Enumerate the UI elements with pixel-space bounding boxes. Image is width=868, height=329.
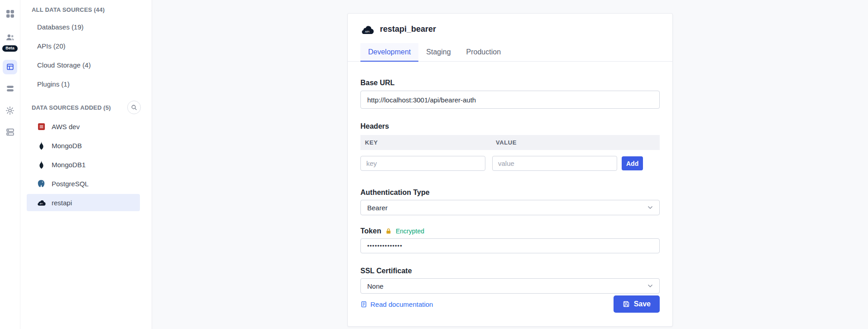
sidebar-item-apis[interactable]: APIs (20) [20,36,152,55]
environment-tabs: Development Staging Production [348,43,672,62]
auth-type-section: Authentication Type Bearer [360,189,660,215]
sidebar-item-label: Cloud Storage (4) [37,61,91,69]
app-root: Beta ALL DATA SOURCES (44) Databases (19… [0,0,868,329]
section-all-data-sources: ALL DATA SOURCES (44) [32,5,141,15]
tab-development[interactable]: Development [360,43,418,62]
ssl-section: SSL Certificate None [360,267,660,294]
sidebar-item-cloud-storage[interactable]: Cloud Storage (4) [20,55,152,74]
value-column-header: VALUE [492,139,517,146]
sidebar: ALL DATA SOURCES (44) Databases (19) API… [20,0,152,329]
sidebar-item-plugins[interactable]: Plugins (1) [20,74,152,93]
datasource-item-postgresql[interactable]: PostgreSQL [27,175,140,192]
icon-rail: Beta [0,0,20,329]
headers-table-head: KEY VALUE [360,135,660,150]
datasource-item-label: PostgreSQL [52,180,89,188]
datasource-item-label: MongoDB [52,142,82,150]
apps-icon[interactable] [3,6,17,21]
ssl-value: None [367,282,384,290]
postgresql-icon [37,179,46,188]
token-input[interactable] [360,238,660,253]
save-button-label: Save [634,300,651,308]
restapi-icon: API [37,198,46,207]
add-header-button[interactable]: Add [622,156,643,170]
datasource-item-aws-dev[interactable]: AWS dev [27,118,140,135]
datasources-icon[interactable] [3,60,17,74]
read-documentation-link[interactable]: Read documentation [360,300,433,308]
search-icon [131,104,137,111]
base-url-label: Base URL [360,79,660,87]
encrypted-badge: Encrypted [396,227,424,235]
datasource-item-label: MongoDB1 [52,161,86,169]
users-icon[interactable] [3,30,17,44]
token-label: Token [360,227,381,235]
base-url-input[interactable] [360,91,660,109]
page-title: restapi_bearer [380,24,436,34]
tab-staging[interactable]: Staging [418,43,458,62]
key-column-header: KEY [365,139,492,146]
sidebar-item-label: APIs (20) [37,42,66,50]
save-button[interactable]: Save [614,295,660,313]
datasource-item-label: restapi [52,199,72,207]
svg-text:API: API [365,29,369,33]
datasource-item-mongodb1[interactable]: MongoDB1 [27,156,140,173]
datasource-item-label: AWS dev [52,123,80,131]
sidebar-item-label: Databases (19) [37,23,84,31]
lock-icon [385,228,392,234]
save-icon [623,300,630,308]
search-button[interactable] [127,101,141,114]
chevron-down-icon [647,284,653,288]
ssl-label: SSL Certificate [360,267,660,275]
main-area: API restapi_bearer Development Staging P… [152,0,868,329]
sidebar-item-databases[interactable]: Databases (19) [20,17,152,36]
section-title-text: DATA SOURCES ADDED (5) [32,104,111,111]
datasource-card: API restapi_bearer Development Staging P… [347,13,673,327]
sidebar-item-label: Plugins (1) [37,80,70,88]
read-documentation-label: Read documentation [370,300,433,308]
header-value-input[interactable] [492,156,617,171]
storage-icon[interactable] [3,125,17,140]
token-label-row: Token Encrypted [360,227,660,235]
section-title-text: ALL DATA SOURCES (44) [32,6,105,13]
datasource-form: Base URL Headers KEY VALUE Add Authe [348,62,672,295]
ssl-select[interactable]: None [360,278,660,294]
header-key-input[interactable] [360,156,485,171]
headers-label: Headers [360,122,660,131]
tab-production[interactable]: Production [459,43,509,62]
datasource-item-restapi[interactable]: API restapi [27,194,140,211]
datasource-item-mongodb[interactable]: MongoDB [27,137,140,154]
restapi-icon: API [360,25,374,34]
auth-type-value: Bearer [367,204,388,212]
svg-text:API: API [40,203,43,205]
queries-icon[interactable] [3,82,17,96]
section-data-sources-added: DATA SOURCES ADDED (5) [32,101,141,114]
card-header: API restapi_bearer [348,14,672,34]
mongodb-icon [37,141,46,150]
headers-section: Headers KEY VALUE Add [360,122,660,171]
card-footer: Read documentation Save [348,295,672,326]
chevron-down-icon [647,206,653,209]
auth-type-label: Authentication Type [360,189,660,197]
mongodb-icon [37,160,46,169]
beta-badge: Beta [2,45,18,52]
header-row: Add [360,156,660,171]
settings-icon[interactable] [3,103,17,118]
auth-type-select[interactable]: Bearer [360,200,660,215]
document-icon [360,301,367,308]
aws-icon [37,122,46,131]
